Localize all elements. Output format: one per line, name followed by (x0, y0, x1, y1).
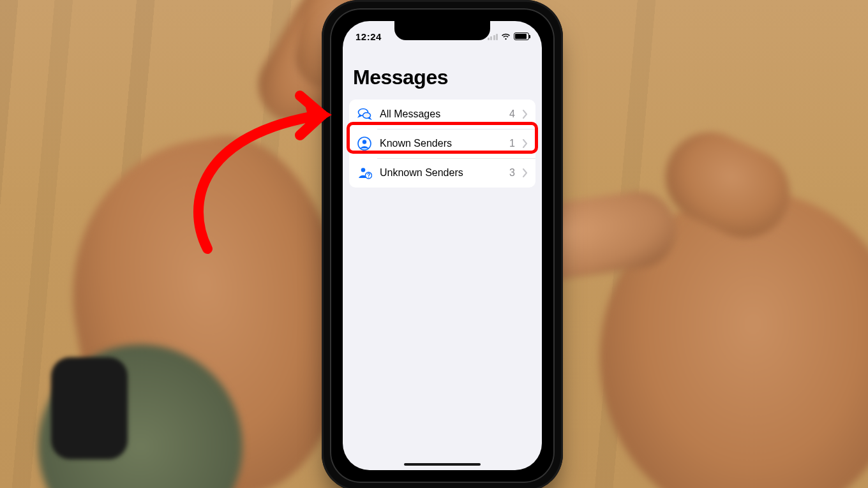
annotation-highlight-rectangle (347, 122, 538, 154)
filter-row-label: Unknown Senders (380, 167, 502, 179)
status-time: 12:24 (355, 31, 382, 42)
wrist-watch (51, 357, 128, 459)
svg-point-6 (368, 177, 370, 178)
iphone-bezel: 12:24 Messages (330, 8, 555, 483)
svg-point-4 (361, 168, 366, 172)
person-question-icon (357, 165, 372, 181)
iphone-notch (394, 21, 490, 40)
battery-icon (514, 33, 529, 40)
filter-row-label: All Messages (380, 108, 502, 120)
chevron-right-icon (523, 110, 528, 119)
home-indicator (404, 463, 481, 466)
filter-row-count: 4 (509, 108, 515, 120)
filter-row-unknown-senders[interactable]: Unknown Senders 3 (349, 158, 535, 188)
filter-row-count: 3 (509, 167, 515, 179)
iphone-device: 12:24 Messages (322, 0, 563, 488)
chevron-right-icon (523, 168, 528, 177)
speech-bubbles-icon (357, 107, 372, 122)
iphone-screen: 12:24 Messages (343, 21, 542, 470)
wifi-icon (501, 33, 511, 40)
page-title: Messages (343, 66, 542, 94)
